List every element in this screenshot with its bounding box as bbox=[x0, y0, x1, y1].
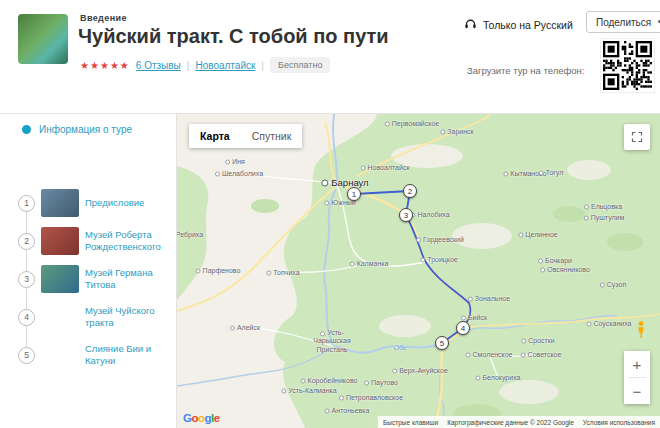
stop-thumbnail bbox=[41, 341, 79, 369]
map-place-label: Ельцовка bbox=[584, 203, 622, 210]
map-place-label: Зональное bbox=[468, 295, 510, 302]
stop-number-badge: 1 bbox=[18, 195, 35, 212]
sidebar-item-stop-4[interactable]: 4 Музей Чуйского тракта bbox=[18, 298, 172, 336]
stop-number-badge: 3 bbox=[18, 271, 35, 288]
share-button-label: Поделиться bbox=[596, 17, 651, 28]
map-marker-4[interactable]: 4 bbox=[456, 321, 470, 335]
map-place-label: Пуштулим bbox=[584, 214, 625, 221]
stop-number-badge: 4 bbox=[18, 309, 35, 326]
sidebar-item-stop-1[interactable]: 1 Предисловие bbox=[18, 184, 172, 222]
map-place-label: Бочкари bbox=[538, 257, 572, 264]
map-copyright: Картографические данные © 2022 Google bbox=[447, 419, 574, 426]
tour-cover-thumbnail bbox=[18, 14, 68, 64]
info-bullet-icon bbox=[22, 125, 31, 134]
map-marker-1[interactable]: 1 bbox=[347, 187, 361, 201]
map-place-label: Заринск bbox=[440, 128, 473, 135]
stop-number-badge: 5 bbox=[18, 347, 35, 364]
sidebar-item-stop-2[interactable]: 2 Музей Роберта Рождественского bbox=[18, 222, 172, 260]
meta-separator: | bbox=[187, 60, 190, 71]
map-place-label: Иня bbox=[225, 158, 245, 165]
map-place-label: Шелаболиха bbox=[215, 170, 263, 177]
map-place-label: Налобиха bbox=[410, 211, 449, 218]
map-place-label: Алейск bbox=[230, 324, 260, 331]
location-link[interactable]: Новоалтайск bbox=[195, 60, 255, 71]
map-place-label: Троицкое bbox=[420, 256, 458, 263]
reviews-link[interactable]: 6 Отзывы bbox=[136, 60, 181, 71]
tour-kicker: Введение bbox=[80, 13, 127, 23]
map-place-label: Сузоп bbox=[600, 281, 626, 288]
sidebar-item-stop-3[interactable]: 3 Музей Германа Титова bbox=[18, 260, 172, 298]
stop-label: Музей Роберта Рождественского bbox=[85, 229, 172, 253]
map-place-label: Ребриха bbox=[177, 231, 203, 238]
headphones-icon bbox=[464, 17, 477, 32]
share-button[interactable]: Поделиться bbox=[586, 11, 660, 33]
zoom-in-button[interactable]: + bbox=[624, 351, 650, 377]
sidebar-item-stop-5[interactable]: 5 Слияние Бии и Катуни bbox=[18, 336, 172, 374]
free-badge: Бесплатно bbox=[270, 57, 330, 73]
fullscreen-button[interactable] bbox=[624, 124, 650, 150]
map-place-label: Белокуриха bbox=[476, 374, 521, 381]
map-marker-2[interactable]: 2 bbox=[403, 184, 417, 198]
map-place-label: Обь bbox=[393, 344, 406, 351]
map-place-label: Калманка bbox=[350, 260, 389, 267]
keyboard-shortcuts-link[interactable]: Быстрые клавиши bbox=[383, 419, 438, 426]
map-place-label: Овсянниково bbox=[540, 266, 590, 273]
map-place-label: Советское bbox=[521, 351, 562, 358]
tour-info-label: Информация о туре bbox=[39, 124, 132, 135]
map-place-label: Тогул bbox=[539, 169, 564, 176]
map-view-button[interactable]: Карта bbox=[189, 124, 241, 148]
map-type-toggle: Карта Спутник bbox=[189, 124, 302, 148]
stop-label: Музей Чуйского тракта bbox=[85, 305, 172, 329]
map-place-label: Петропавловское bbox=[339, 394, 403, 401]
map-place-label: Антоньевка bbox=[325, 407, 370, 414]
google-logo-letter: e bbox=[214, 412, 220, 424]
map-place-label: Верх-Ануйское bbox=[392, 367, 448, 374]
map-place-label: Паутово bbox=[364, 379, 398, 386]
star-rating: ★★★★★ bbox=[80, 60, 130, 71]
terms-link[interactable]: Условия использования bbox=[583, 419, 655, 426]
qr-caption: Загрузите тур на телефон: bbox=[467, 65, 584, 76]
map-place-label: Топчиха bbox=[266, 269, 299, 276]
stop-thumbnail bbox=[41, 189, 79, 217]
map-place-label: Сростки bbox=[521, 337, 555, 344]
stop-label: Музей Германа Титова bbox=[85, 267, 172, 291]
stop-thumbnail bbox=[41, 227, 79, 255]
zoom-control: + − bbox=[624, 351, 650, 404]
sidebar-item-tour-info[interactable]: Информация о туре bbox=[22, 124, 132, 135]
stop-label: Слияние Бии и Катуни bbox=[85, 343, 172, 367]
tour-page: Введение Чуйский тракт. С тобой по пути … bbox=[0, 0, 660, 428]
stop-thumbnail bbox=[41, 265, 79, 293]
map-canvas[interactable]: Карта Спутник + − Google Быстрые клавиши… bbox=[177, 114, 660, 428]
map-marker-5[interactable]: 5 bbox=[435, 336, 449, 350]
map-place-label: Гордеевский bbox=[416, 236, 464, 243]
language-note: Только на Русский bbox=[483, 19, 573, 31]
google-logo: Google bbox=[183, 412, 220, 424]
satellite-view-button[interactable]: Спутник bbox=[241, 124, 303, 148]
map-place-label: Коробейниково bbox=[301, 377, 358, 384]
zoom-out-button[interactable]: − bbox=[624, 378, 650, 404]
page-title: Чуйский тракт. С тобой по пути bbox=[78, 25, 389, 48]
map-place-label: Смоленское bbox=[466, 351, 513, 358]
map-marker-3[interactable]: 3 bbox=[399, 208, 413, 222]
stop-thumbnail bbox=[41, 303, 79, 331]
map-place-label: Первомайское bbox=[385, 120, 439, 127]
meta-separator: | bbox=[261, 60, 264, 71]
language-row: Только на Русский bbox=[464, 17, 573, 32]
map-place-label: Усть-Калманка bbox=[281, 387, 336, 394]
pegman-icon[interactable] bbox=[636, 321, 646, 342]
map-place-label: Барнаул bbox=[321, 177, 368, 188]
tour-meta-row: ★★★★★ 6 Отзывы | Новоалтайск | Бесплатно bbox=[80, 57, 330, 73]
map-place-label: Бийск bbox=[461, 314, 487, 321]
stop-label: Предисловие bbox=[85, 197, 144, 209]
map-place-label: Целинное bbox=[518, 231, 557, 238]
map-place-label: Парфеново bbox=[196, 267, 241, 274]
map-place-label: Новоалтайск bbox=[361, 164, 410, 171]
tour-sidebar: Информация о туре 1 Предисловие 2 Музей … bbox=[10, 114, 177, 428]
map-place-label: Усть-Чарышская Пристань bbox=[302, 329, 362, 354]
map-attribution: Быстрые клавиши Картографические данные … bbox=[378, 416, 660, 428]
map-place-label: Соусканиха bbox=[587, 320, 632, 327]
stop-number-badge: 2 bbox=[18, 233, 35, 250]
qr-code bbox=[600, 38, 655, 93]
